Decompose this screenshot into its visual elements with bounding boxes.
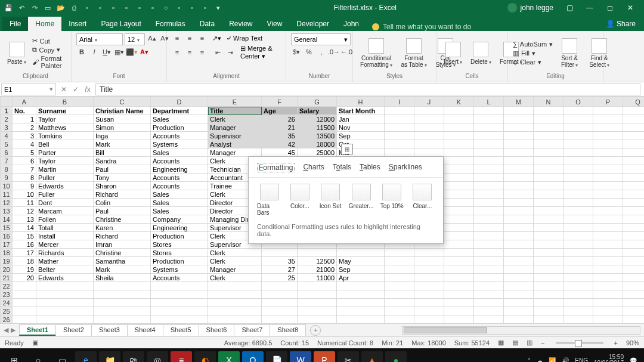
qat-icon[interactable]: ▫ xyxy=(200,3,210,13)
cell[interactable]: Company xyxy=(151,215,208,224)
increase-font-icon[interactable]: A▴ xyxy=(147,33,157,43)
column-header[interactable]: Q xyxy=(623,97,645,107)
cell[interactable] xyxy=(474,224,504,232)
minimize-button[interactable]: — xyxy=(580,0,600,16)
cell[interactable]: Manager xyxy=(208,265,262,274)
cell[interactable] xyxy=(262,307,298,315)
cell[interactable]: 18 xyxy=(13,257,36,265)
clear-button[interactable]: ◇ Clear ▾ xyxy=(513,58,553,66)
row-header[interactable]: 22 xyxy=(1,282,13,290)
cell[interactable] xyxy=(151,290,208,299)
cell[interactable] xyxy=(444,257,474,265)
cell[interactable] xyxy=(593,215,623,224)
cell[interactable] xyxy=(444,290,474,299)
word-icon[interactable]: W xyxy=(290,351,311,362)
zoom-out-icon[interactable]: − xyxy=(541,339,544,346)
cell[interactable]: 12000 xyxy=(298,115,337,123)
cell[interactable] xyxy=(444,174,474,182)
cell[interactable] xyxy=(262,282,298,290)
cell[interactable] xyxy=(414,140,444,148)
view-page-break-icon[interactable]: ▥ xyxy=(527,339,532,346)
cell[interactable] xyxy=(444,240,474,249)
print-preview-icon[interactable]: ⎙ xyxy=(69,3,79,13)
cell[interactable] xyxy=(414,265,444,274)
column-header[interactable]: A xyxy=(13,97,36,107)
tab-custom[interactable]: John xyxy=(336,17,366,31)
qat-more-icon[interactable]: ▾ xyxy=(213,3,223,13)
row-header[interactable]: 4 xyxy=(1,132,13,140)
cell[interactable]: 8 xyxy=(13,174,36,182)
cell[interactable] xyxy=(564,140,593,148)
zoom-level[interactable]: 90% xyxy=(626,339,639,346)
cell[interactable] xyxy=(593,290,623,299)
cell[interactable] xyxy=(36,307,94,315)
volume-icon[interactable]: 🔊 xyxy=(562,357,569,363)
cell[interactable] xyxy=(504,299,534,307)
cell[interactable] xyxy=(36,299,94,307)
qat-icon[interactable]: ▫ xyxy=(95,3,105,13)
excel-icon[interactable]: X xyxy=(218,351,240,362)
insert-cells-button[interactable]: Insert xyxy=(441,41,465,66)
cell[interactable] xyxy=(298,307,337,315)
cell[interactable] xyxy=(593,257,623,265)
cell[interactable] xyxy=(208,299,262,307)
cell[interactable]: 5 xyxy=(13,148,36,157)
cell[interactable] xyxy=(504,257,534,265)
cell[interactable] xyxy=(414,257,444,265)
row-header[interactable]: 12 xyxy=(1,199,13,207)
cell[interactable]: Bill xyxy=(94,148,151,157)
sort-filter-button[interactable]: Sort & Filter xyxy=(556,37,583,69)
cell[interactable] xyxy=(262,299,298,307)
sheet-tab[interactable]: Sheet3 xyxy=(91,324,128,336)
cell[interactable] xyxy=(564,157,593,165)
language-indicator[interactable]: ENG xyxy=(575,357,588,363)
cell[interactable] xyxy=(444,315,474,324)
cell[interactable]: Taylor xyxy=(36,115,94,123)
cell[interactable] xyxy=(504,165,534,174)
cell[interactable] xyxy=(444,299,474,307)
cell[interactable] xyxy=(593,123,623,132)
cell[interactable] xyxy=(474,140,504,148)
format-as-table-button[interactable]: Format as Table xyxy=(398,37,429,69)
qat-icon[interactable]: ▫ xyxy=(135,3,144,13)
cell[interactable] xyxy=(593,132,623,140)
cell[interactable] xyxy=(623,107,645,115)
cell[interactable] xyxy=(504,282,534,290)
zoom-in-icon[interactable]: + xyxy=(614,339,618,346)
cell[interactable]: Totall xyxy=(36,224,94,232)
cell[interactable] xyxy=(593,249,623,257)
cell[interactable] xyxy=(13,282,36,290)
cell[interactable] xyxy=(444,224,474,232)
cell[interactable]: Edwards xyxy=(36,182,94,190)
cell[interactable]: Clerk xyxy=(208,257,262,265)
qa-tab-totals[interactable]: Totals xyxy=(333,163,351,172)
bold-button[interactable]: B xyxy=(76,47,87,57)
cell[interactable] xyxy=(337,249,385,257)
cell[interactable] xyxy=(414,290,444,299)
cell[interactable] xyxy=(623,257,645,265)
qat-icon[interactable]: ▫ xyxy=(187,3,197,13)
cell[interactable] xyxy=(534,240,564,249)
cell[interactable] xyxy=(151,299,208,307)
maximize-button[interactable]: ◻ xyxy=(600,0,620,16)
cell[interactable] xyxy=(564,190,593,199)
redo-icon[interactable]: ↷ xyxy=(30,3,39,13)
cell[interactable] xyxy=(385,257,414,265)
cell[interactable] xyxy=(474,190,504,199)
row-header[interactable]: 1 xyxy=(1,107,13,115)
qat-icon[interactable]: ▫ xyxy=(122,3,131,13)
cell[interactable] xyxy=(385,107,414,115)
cell[interactable] xyxy=(414,299,444,307)
cell[interactable]: Sales xyxy=(151,207,208,215)
cell[interactable] xyxy=(414,123,444,132)
cell[interactable] xyxy=(474,148,504,157)
cell[interactable] xyxy=(474,132,504,140)
cell[interactable]: 42 xyxy=(262,140,298,148)
cell[interactable] xyxy=(444,132,474,140)
cell[interactable] xyxy=(534,190,564,199)
cell[interactable] xyxy=(444,123,474,132)
percent-icon[interactable]: % xyxy=(304,47,314,57)
cell[interactable] xyxy=(564,282,593,290)
cell[interactable]: Supervisor xyxy=(208,132,262,140)
cell[interactable] xyxy=(564,315,593,324)
